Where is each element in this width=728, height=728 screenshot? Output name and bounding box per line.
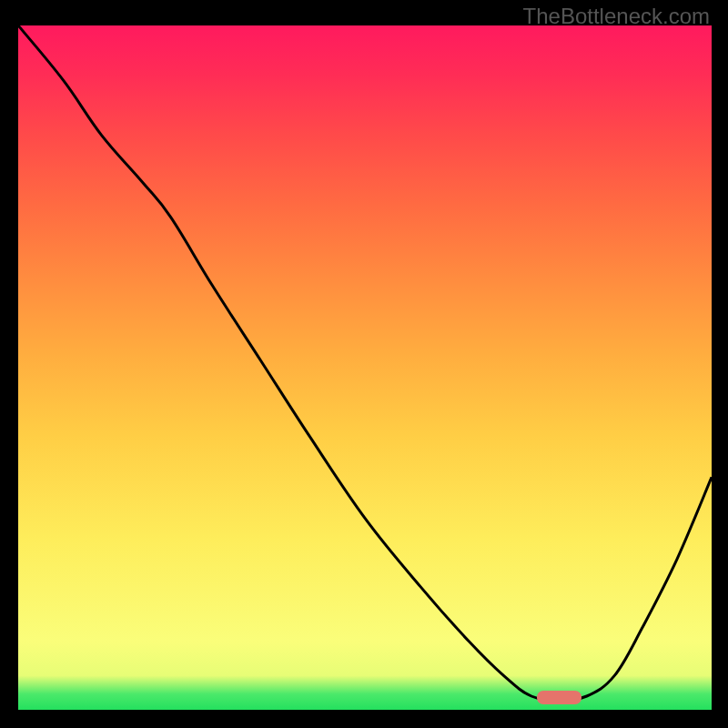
curve-path — [18, 25, 712, 700]
watermark-text: TheBottleneck.com — [523, 4, 710, 29]
chart-frame: TheBottleneck.com — [0, 0, 728, 728]
bottleneck-curve — [18, 25, 712, 710]
optimal-marker — [537, 691, 582, 703]
